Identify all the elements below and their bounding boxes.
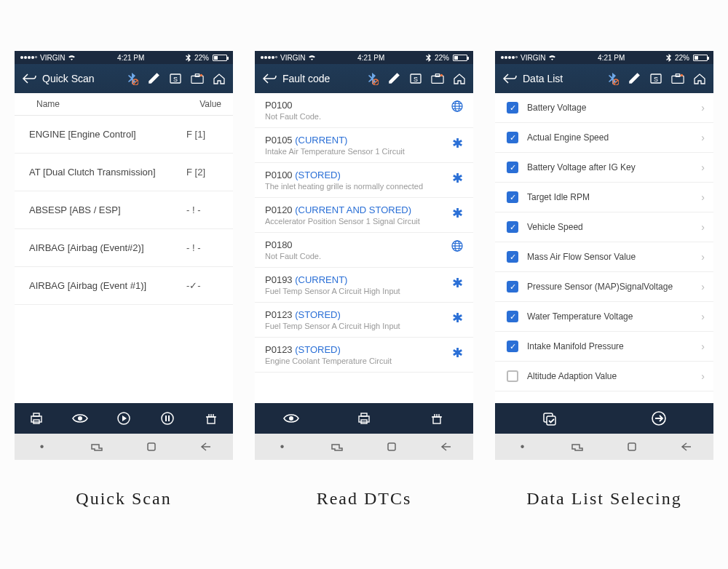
freeze-icon[interactable]: ✱ <box>452 205 463 221</box>
fault-row[interactable]: P0105 (CURRENT)Intake Air Temperature Se… <box>255 128 473 163</box>
fault-row[interactable]: P0100Not Fault Code. <box>255 93 473 128</box>
checkbox[interactable]: ✓ <box>507 162 518 173</box>
checkbox[interactable]: ✓ <box>507 102 518 114</box>
edit-icon[interactable] <box>147 72 160 85</box>
svg-rect-13 <box>165 415 167 421</box>
battery-icon <box>213 55 227 61</box>
checkbox[interactable]: ✓ <box>507 191 518 203</box>
recents-nav[interactable] <box>69 442 124 452</box>
home-nav[interactable] <box>364 442 419 452</box>
svg-text:S: S <box>173 76 178 83</box>
checkbox[interactable]: ✓ <box>507 221 518 233</box>
svg-rect-7 <box>31 416 41 422</box>
table-row[interactable]: ENGINE [Engine Control]F [1] <box>15 116 233 154</box>
back-nav[interactable] <box>419 442 473 452</box>
edit-icon[interactable] <box>628 72 641 85</box>
dot-nav[interactable]: • <box>495 440 550 453</box>
back-icon[interactable] <box>262 73 278 84</box>
home-icon[interactable] <box>213 72 226 85</box>
data-list-row[interactable]: ✓Battery Voltage after IG Key› <box>495 153 713 183</box>
data-list-row[interactable]: ✓Battery Voltage› <box>495 93 713 123</box>
table-row[interactable]: AT [Dual Clutch Transmission]F [2] <box>15 154 233 191</box>
bluetooth-disabled-icon[interactable] <box>365 72 379 85</box>
recents-nav[interactable] <box>550 442 604 452</box>
freeze-icon[interactable]: ✱ <box>452 135 463 151</box>
fault-row[interactable]: P0180Not Fault Code. <box>255 233 473 268</box>
action-bar <box>495 403 713 434</box>
back-nav[interactable] <box>178 442 233 452</box>
clear-button[interactable] <box>400 412 473 425</box>
save-icon[interactable]: S <box>169 72 182 85</box>
home-icon[interactable] <box>693 72 706 85</box>
checkbox[interactable]: ✓ <box>507 132 518 143</box>
home-nav[interactable] <box>604 442 659 452</box>
table-row[interactable]: AIRBAG [Airbag (Event #1)]-✓- <box>15 267 233 305</box>
svg-rect-15 <box>207 417 215 423</box>
play-button[interactable] <box>102 411 146 426</box>
view-button[interactable] <box>58 413 102 423</box>
table-row[interactable]: AIRBAG [Airbag (Event#2)]- ! - <box>15 229 233 267</box>
checkbox[interactable] <box>507 370 518 382</box>
system-nav-bar: • <box>15 434 233 460</box>
print-button[interactable] <box>15 412 58 425</box>
checkbox[interactable]: ✓ <box>507 341 518 352</box>
data-list-row[interactable]: ✓Actual Engine Speed› <box>495 123 713 153</box>
freeze-icon[interactable]: ✱ <box>452 310 463 326</box>
freeze-icon[interactable]: ✱ <box>452 345 463 361</box>
data-list-row[interactable]: ✓Target Idle RPM› <box>495 183 713 212</box>
data-list-row[interactable]: ✓Mass Air Flow Sensor Value› <box>495 242 713 272</box>
status-bar: VIRGIN 4:21 PM 22% <box>495 51 713 64</box>
chevron-right-icon: › <box>701 132 705 143</box>
recents-nav[interactable] <box>309 442 364 452</box>
checkbox[interactable]: ✓ <box>507 311 518 322</box>
back-nav[interactable] <box>659 442 713 452</box>
proceed-button[interactable] <box>604 410 713 426</box>
fault-row[interactable]: P0123 (STORED)Engine Coolant Temperature… <box>255 338 473 373</box>
fault-row[interactable]: P0123 (STORED)Fuel Temp Sensor A Circuit… <box>255 303 473 338</box>
fault-row[interactable]: P0100 (STORED)The inlet heating grille i… <box>255 163 473 198</box>
freeze-icon[interactable]: ✱ <box>452 170 463 186</box>
bluetooth-disabled-icon[interactable] <box>606 72 619 85</box>
back-icon[interactable] <box>22 73 38 84</box>
data-list-row[interactable]: ✓Vehicle Speed› <box>495 212 713 242</box>
home-icon[interactable] <box>453 72 466 85</box>
svg-point-12 <box>162 413 173 424</box>
pause-button[interactable] <box>146 411 189 426</box>
svg-rect-5 <box>195 74 199 77</box>
table-row[interactable]: ABSESP [ABS / ESP]- ! - <box>15 191 233 229</box>
data-list-label: Actual Engine Speed <box>527 132 701 143</box>
dot-nav[interactable]: • <box>15 440 69 453</box>
status-bar: VIRGIN 4:21 PM 22% <box>15 51 233 64</box>
freeze-icon[interactable]: ✱ <box>452 275 463 291</box>
select-all-button[interactable] <box>495 411 604 426</box>
camera-icon[interactable] <box>671 72 684 85</box>
view-button[interactable] <box>255 413 328 423</box>
fault-row[interactable]: P0120 (CURRENT AND STORED)Accelerator Po… <box>255 198 473 233</box>
globe-icon[interactable] <box>451 240 463 255</box>
home-nav[interactable] <box>124 442 178 452</box>
clear-button[interactable] <box>189 412 233 425</box>
data-list-row[interactable]: ✓Water Temperature Voltage› <box>495 302 713 332</box>
svg-rect-35 <box>359 416 369 422</box>
navbar: Data List S <box>495 64 713 93</box>
system-nav-bar: • <box>255 434 473 460</box>
save-icon[interactable]: S <box>409 72 422 85</box>
data-list-row[interactable]: ✓Pressure Sensor (MAP)SignalVoltage› <box>495 272 713 302</box>
navbar: Fault code S <box>255 64 473 93</box>
print-button[interactable] <box>328 412 400 425</box>
globe-icon[interactable] <box>451 100 463 115</box>
checkbox[interactable]: ✓ <box>507 281 518 293</box>
data-list-row[interactable]: Altitude Adaption Value› <box>495 362 713 391</box>
phone-data-list: VIRGIN 4:21 PM 22% Data List S ✓Battery … <box>495 51 713 460</box>
dot-nav[interactable]: • <box>255 440 309 453</box>
camera-icon[interactable] <box>431 72 444 85</box>
fault-row[interactable]: P0193 (CURRENT)Fuel Temp Sensor A Circui… <box>255 268 473 303</box>
chevron-right-icon: › <box>701 281 705 293</box>
camera-icon[interactable] <box>191 72 204 85</box>
save-icon[interactable]: S <box>649 72 662 85</box>
data-list-row[interactable]: ✓Intake Manifold Pressure› <box>495 332 713 362</box>
bluetooth-disabled-icon[interactable] <box>125 72 138 85</box>
back-icon[interactable] <box>502 73 518 84</box>
checkbox[interactable]: ✓ <box>507 251 518 263</box>
edit-icon[interactable] <box>387 72 400 85</box>
